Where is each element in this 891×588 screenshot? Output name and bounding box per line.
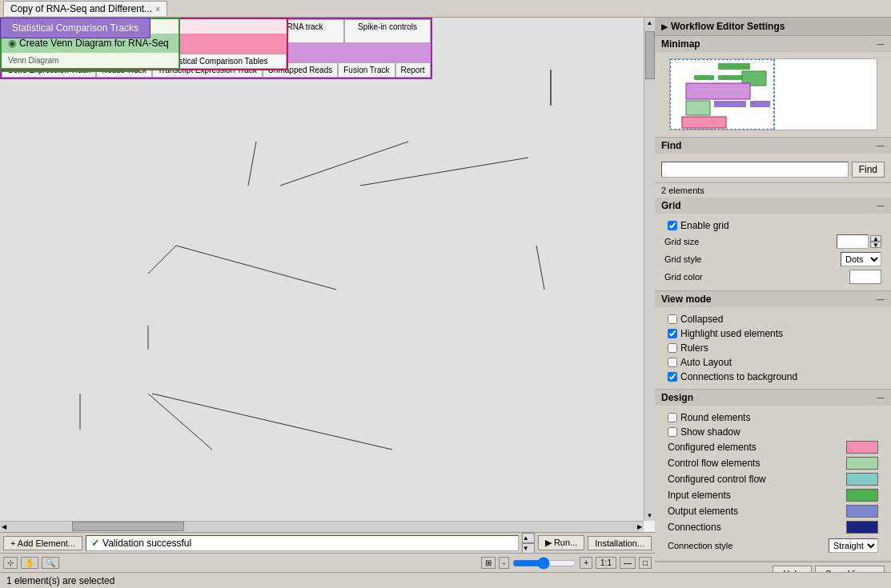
tool-select-btn[interactable]: ⊹ <box>3 557 18 569</box>
enable-grid-checkbox[interactable] <box>668 221 677 230</box>
highlight-used-row: Highlight used elements <box>661 326 885 341</box>
scroll-right-btn[interactable]: ▶ <box>636 523 644 530</box>
highlight-used-checkbox[interactable] <box>668 329 677 338</box>
find-button[interactable]: Find <box>852 162 885 178</box>
configured-control-flow-label: Configured control flow <box>668 474 766 485</box>
minimap-minimize-btn[interactable]: — <box>877 40 885 49</box>
rulers-checkbox[interactable] <box>668 343 677 353</box>
svg-line-4 <box>148 246 176 274</box>
round-elements-label: Round elements <box>680 412 750 423</box>
connections-color-swatch[interactable] <box>846 521 878 534</box>
venn-title: Create Venn Diagram for RNA-Seq <box>19 38 169 49</box>
output-elements-color-swatch[interactable] <box>846 505 878 518</box>
auto-layout-label: Auto Layout <box>680 357 732 368</box>
svg-line-6 <box>536 246 544 290</box>
configured-control-flow-row: Configured control flow <box>661 471 885 487</box>
scroll-thumb-v[interactable] <box>645 31 655 79</box>
venn-diagram-label: Venn Diagram <box>2 53 179 68</box>
grid-color-input[interactable] <box>849 270 881 284</box>
find-header: Find — <box>655 138 891 154</box>
status-scroll-btns: ▲ ▼ <box>522 533 535 554</box>
design-header[interactable]: Design — <box>655 390 891 406</box>
tab-close-button[interactable]: × <box>155 5 160 14</box>
tool-zoom-btn[interactable]: 🔍 <box>42 557 59 569</box>
help-button[interactable]: Help <box>773 566 812 572</box>
document-tab[interactable]: Copy of RNA-Seq and Different... × <box>3 1 167 16</box>
svg-rect-11 <box>718 63 750 70</box>
elements-count: 2 elements <box>655 183 891 198</box>
zoom-plus2-btn[interactable]: □ <box>639 557 652 569</box>
input-elements-label: Input elements <box>668 490 731 501</box>
auto-layout-checkbox[interactable] <box>668 358 677 367</box>
grid-style-label-text: Grid style <box>664 254 701 264</box>
enable-grid-row: Enable grid <box>661 218 885 233</box>
zoom-slider[interactable] <box>512 557 576 570</box>
grid-style-row: Grid style Dots Lines <box>661 250 885 268</box>
connection-style-label: Connection style <box>668 541 732 550</box>
hscroll-thumb[interactable] <box>72 522 184 531</box>
connections-bg-checkbox[interactable] <box>668 372 677 382</box>
collapsed-checkbox[interactable] <box>668 314 677 324</box>
scroll-up-btn[interactable]: ▲ <box>645 18 655 28</box>
zoom-in-btn[interactable]: + <box>580 557 592 569</box>
enable-grid-label: Enable grid <box>680 220 729 231</box>
hscroll-track <box>8 522 636 532</box>
zoom-minus2-btn[interactable]: — <box>620 557 636 569</box>
find-input[interactable] <box>661 162 849 178</box>
connections-label: Connections <box>668 522 721 533</box>
grid-size-up-btn[interactable]: ▲ <box>870 235 881 242</box>
input-elements-row: Input elements <box>661 487 885 503</box>
save-view-button[interactable]: Save View _ <box>815 566 885 572</box>
configured-elements-label: Configured elements <box>668 442 757 453</box>
scroll-down-btn[interactable]: ▼ <box>645 510 655 521</box>
design-minimize-btn[interactable]: — <box>877 394 885 402</box>
minimap-container <box>655 52 891 137</box>
design-content: Round elements Show shadow Configured el… <box>655 406 891 561</box>
show-shadow-checkbox[interactable] <box>668 427 677 437</box>
out-fusion: Fusion Track <box>338 62 395 78</box>
installation-button[interactable]: Installation... <box>588 536 652 550</box>
connection-style-row: Connection style Straight Curved <box>661 535 885 556</box>
stat-comparison-tracks-node[interactable]: Statistical Comparison Tracks <box>0 18 151 38</box>
panel-bottom-buttons: Help Save View _ <box>655 562 891 572</box>
connections-bg-label: Connections to background <box>680 371 797 382</box>
horizontal-scrollbar[interactable]: ◀ ▶ <box>0 521 644 532</box>
grid-header[interactable]: Grid — <box>655 198 891 214</box>
view-mode-header[interactable]: View mode — <box>655 291 891 307</box>
design-section: Design — Round elements Show shadow Conf… <box>655 390 891 562</box>
zoom-out-btn[interactable]: - <box>499 557 509 569</box>
zoom-reset-btn[interactable]: 1:1 <box>596 557 616 569</box>
status-scroll-down[interactable]: ▼ <box>522 543 535 554</box>
input-elements-color-swatch[interactable] <box>846 489 878 502</box>
control-flow-label: Control flow elements <box>668 458 760 469</box>
add-element-button[interactable]: + Add Element... <box>3 536 82 550</box>
round-elements-checkbox[interactable] <box>668 413 677 422</box>
svg-rect-12 <box>694 75 714 80</box>
tool-move-btn[interactable]: ✋ <box>21 557 38 569</box>
minimap-view[interactable] <box>669 58 877 130</box>
scroll-left-btn[interactable]: ◀ <box>0 523 8 530</box>
configured-elements-color-swatch[interactable] <box>846 441 878 454</box>
grid-size-input[interactable]: 10 <box>837 234 869 249</box>
grid-minimize-btn[interactable]: — <box>877 202 885 210</box>
validation-text: Validation successful <box>102 538 191 549</box>
configured-elements-row: Configured elements <box>661 439 885 455</box>
status-scroll-up[interactable]: ▲ <box>522 533 535 543</box>
grid-style-select[interactable]: Dots Lines <box>841 252 881 266</box>
canvas-wrapper: [1] ▷ Trimmed Reads Inputs ⇅ Iterate Out… <box>0 18 655 572</box>
grid-size-down-btn[interactable]: ▼ <box>870 242 881 248</box>
control-flow-row: Control flow elements <box>661 455 885 471</box>
main-container: [1] ▷ Trimmed Reads Inputs ⇅ Iterate Out… <box>0 18 891 572</box>
connections-bg-row: Connections to background <box>661 370 885 384</box>
control-flow-color-swatch[interactable] <box>846 457 878 470</box>
zoom-fit-btn[interactable]: ⊞ <box>481 557 496 569</box>
run-button[interactable]: ▶ Run... <box>538 535 584 550</box>
connection-style-select[interactable]: Straight Curved <box>829 538 878 553</box>
find-minimize-btn[interactable]: — <box>877 142 885 150</box>
view-mode-minimize-btn[interactable]: — <box>877 295 885 304</box>
configured-control-flow-color-swatch[interactable] <box>846 473 878 486</box>
vertical-scrollbar[interactable]: ▲ ▼ <box>644 18 655 521</box>
find-content: Find <box>655 154 891 182</box>
canvas-content[interactable]: [1] ▷ Trimmed Reads Inputs ⇅ Iterate Out… <box>0 18 655 521</box>
minimap-header[interactable]: Minimap — <box>655 36 891 52</box>
